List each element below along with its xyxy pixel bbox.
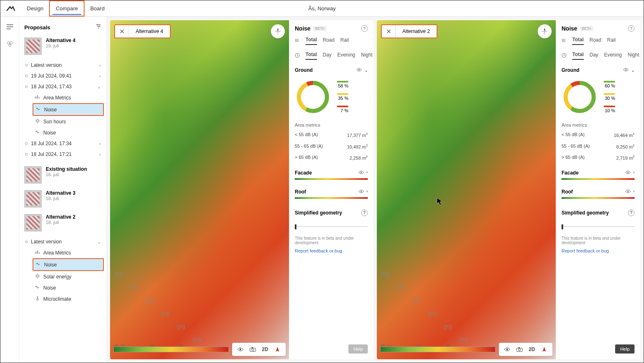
compass-button[interactable] (271, 24, 285, 38)
rail-layers-icon[interactable] (4, 39, 16, 49)
north-arrow-icon[interactable] (273, 344, 282, 354)
analysis-item-noise[interactable]: Noise (33, 103, 104, 116)
eye-icon[interactable] (625, 189, 631, 195)
report-link[interactable]: Report feedback or bug (295, 248, 368, 253)
eye-icon[interactable] (358, 189, 364, 195)
slider-thumb[interactable] (295, 224, 296, 229)
map-viewport[interactable]: Alternative 2dB (A)55652D((•))((•))((•))… (377, 20, 556, 359)
source-tab-road[interactable]: Road (590, 37, 602, 45)
compass-button[interactable] (538, 24, 552, 38)
help-icon[interactable]: ? (628, 210, 635, 216)
analysis-item-area-metrics[interactable]: Area Metrics (33, 247, 104, 258)
camera-icon[interactable] (515, 344, 524, 354)
simplified-slider[interactable] (562, 224, 635, 229)
legend-value: 10 % (605, 108, 615, 113)
source-tab-road[interactable]: Road (323, 37, 335, 45)
eye-icon[interactable] (235, 344, 245, 354)
view-2d-button[interactable]: 2D (527, 344, 537, 354)
close-pane-button[interactable] (115, 25, 129, 38)
source-tab-total[interactable]: Total (572, 37, 584, 45)
roof-section[interactable]: Roof› (295, 186, 368, 197)
analysis-item-area-metrics[interactable]: Area Metrics (33, 92, 104, 103)
chevron-right-icon[interactable]: › (367, 189, 368, 195)
chevron-right-icon[interactable]: › (367, 170, 368, 176)
eye-icon[interactable] (623, 67, 629, 73)
analysis-item-microclimate[interactable]: Microclimate (33, 293, 104, 304)
version-item[interactable]: Latest version⌄ (22, 236, 104, 247)
simplified-slider[interactable] (295, 224, 368, 229)
roof-section[interactable]: Roof› (562, 186, 635, 197)
chevron-right-icon[interactable]: › (633, 189, 635, 195)
eye-icon[interactable] (625, 170, 631, 176)
ground-section-head[interactable]: Ground⌄ (562, 67, 635, 73)
eye-icon[interactable] (502, 344, 512, 354)
slider-thumb[interactable] (562, 224, 563, 229)
time-tab-day[interactable]: Day (590, 52, 598, 59)
tab-board[interactable]: Board (85, 0, 110, 16)
svg-point-17 (360, 172, 362, 173)
facade-gradient (295, 178, 368, 180)
filter-icon[interactable] (96, 24, 101, 31)
facade-section[interactable]: Facade› (295, 167, 368, 178)
version-item[interactable]: 18 Jul 2024, 17:34› (22, 138, 104, 149)
rail-menu-icon[interactable] (4, 22, 16, 32)
source-tab-total[interactable]: Total (306, 37, 317, 45)
camera-icon[interactable] (248, 344, 258, 354)
time-tab-total[interactable]: Total (572, 52, 584, 60)
analysis-item-noise[interactable]: Noise (33, 127, 104, 138)
time-tab-evening[interactable]: Evening (604, 52, 622, 59)
proposal-item[interactable]: Alternative 4 19. juli (22, 36, 104, 60)
time-tab-total[interactable]: Total (306, 52, 317, 60)
chevron-down-icon[interactable]: ⌄ (631, 68, 635, 73)
ground-section-head[interactable]: Ground⌄ (295, 67, 368, 73)
view-toolbar: 2D (232, 343, 286, 356)
chevron-down-icon[interactable]: ⌄ (364, 68, 368, 73)
beta-message: This feature is in beta and under develo… (562, 236, 635, 245)
facade-section[interactable]: Facade› (562, 167, 635, 178)
time-tab-night[interactable]: Night (628, 52, 639, 59)
version-item[interactable]: 18 Jul 2024, 17:21› (22, 149, 104, 160)
source-tab-rail[interactable]: Rail (340, 37, 349, 45)
svg-point-8 (240, 349, 241, 350)
help-icon[interactable]: ? (361, 25, 368, 32)
close-pane-button[interactable] (382, 25, 396, 38)
chevron-icon: ⌄ (97, 85, 101, 89)
tab-design[interactable]: Design (21, 0, 49, 16)
time-tab-night[interactable]: Night (361, 52, 373, 59)
proposal-item[interactable]: Existing situation 18. juli (22, 165, 104, 189)
version-item[interactable]: 18 Jul 2024, 17:43⌄ (22, 81, 104, 92)
top-tabs: Design Compare Board (21, 0, 110, 16)
north-arrow-icon[interactable] (539, 344, 549, 354)
version-item[interactable]: 19 Jul 2024, 09:41› (22, 71, 104, 81)
source-tab-rail[interactable]: Rail (607, 37, 616, 45)
proposal-thumbnail (24, 166, 42, 184)
chevron-right-icon[interactable]: › (633, 170, 635, 176)
analysis-item-noise[interactable]: Noise (33, 282, 104, 293)
map-viewport[interactable]: Alternative 4dB (A)55652D((•))((•))((•))… (110, 20, 289, 359)
time-tab-evening[interactable]: Evening (337, 52, 355, 59)
metric-label: > 65 dB (A) (295, 155, 318, 160)
analysis-item-noise[interactable]: Noise (33, 258, 104, 271)
analysis-item-solar-energy[interactable]: Solar energy (33, 271, 104, 282)
help-icon[interactable]: ? (361, 210, 368, 216)
eye-icon[interactable] (356, 67, 362, 73)
proposal-item[interactable]: Alternative 3 18. juli (22, 189, 104, 212)
view-2d-button[interactable]: 2D (260, 344, 270, 354)
report-link[interactable]: Report feedback or bug (562, 248, 635, 253)
proposal-date: 18. juli (46, 172, 87, 177)
eye-icon[interactable] (358, 170, 364, 176)
proposal-item[interactable]: Alternative 2 18. juli (22, 212, 104, 236)
help-icon[interactable]: ? (628, 25, 635, 32)
analysis-item-sun-hours[interactable]: Sun hours (33, 116, 104, 127)
help-button[interactable]: Help (348, 344, 368, 354)
metric-value: 17,377 m2 (347, 132, 368, 138)
tab-compare[interactable]: Compare (49, 0, 84, 16)
analysis-label: Sun hours (43, 119, 66, 125)
help-button[interactable]: Help (615, 344, 635, 354)
time-tab-day[interactable]: Day (323, 52, 331, 59)
time-tabs: TotalDayEveningNight (562, 50, 635, 61)
wave-icon (36, 106, 41, 113)
app-logo[interactable] (0, 6, 21, 12)
analysis-label: Noise (43, 130, 56, 136)
version-item[interactable]: Latest version› (22, 60, 104, 71)
